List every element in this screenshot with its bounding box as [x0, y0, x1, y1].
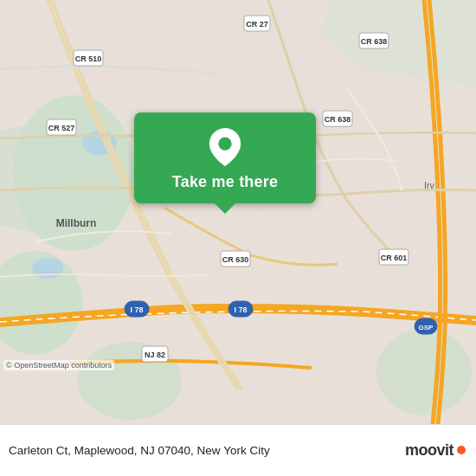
svg-text:NJ 82: NJ 82	[145, 351, 165, 359]
footer-bar: Carleton Ct, Maplewood, NJ 07040, New Yo…	[0, 424, 476, 476]
svg-text:I 78: I 78	[234, 306, 247, 314]
svg-text:CR 601: CR 601	[381, 254, 408, 262]
svg-text:I 78: I 78	[130, 306, 143, 314]
location-pin-icon	[209, 128, 241, 166]
svg-text:CR 27: CR 27	[246, 20, 268, 29]
take-me-there-button[interactable]: Take me there	[134, 113, 316, 203]
svg-text:CR 638: CR 638	[361, 37, 388, 46]
map-container: CR 27 CR 510 CR 638 CR 527 CR 638 CR 630…	[0, 0, 476, 424]
svg-point-33	[218, 138, 231, 151]
footer-address: Carleton Ct, Maplewood, NJ 07040, New Yo…	[9, 444, 405, 457]
svg-text:CR 630: CR 630	[222, 255, 249, 264]
osm-attribution: © OpenStreetMap contributors	[3, 360, 114, 370]
moovit-text: moovit	[405, 441, 453, 460]
svg-text:CR 638: CR 638	[325, 115, 351, 124]
svg-point-6	[376, 329, 472, 415]
take-me-there-label: Take me there	[172, 173, 278, 191]
moovit-logo: moovit	[405, 441, 466, 460]
svg-text:CR 527: CR 527	[48, 124, 75, 132]
moovit-dot	[457, 446, 466, 454]
svg-text:CR 510: CR 510	[75, 55, 102, 63]
svg-text:Irv: Irv	[424, 180, 435, 190]
svg-text:GSP: GSP	[419, 324, 434, 331]
svg-text:Millburn: Millburn	[56, 217, 97, 229]
